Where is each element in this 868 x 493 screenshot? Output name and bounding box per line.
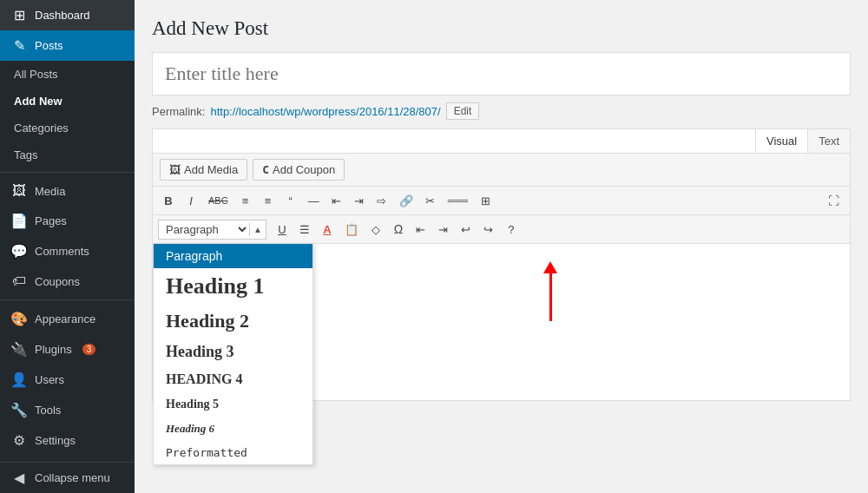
outdent-button[interactable]: ⇤ — [411, 219, 431, 240]
sidebar-item-label: Appearance — [35, 312, 95, 325]
add-media-label: Add Media — [184, 163, 238, 176]
fullscreen-button[interactable]: ⛶ — [823, 190, 845, 211]
sidebar-item-label: Plugins — [35, 343, 72, 356]
collapse-label: Collapse menu — [35, 471, 110, 484]
sidebar-item-label: Users — [35, 373, 64, 386]
toolbar-toggle-button[interactable]: ⊞ — [475, 190, 496, 211]
sidebar-item-label: Tags — [14, 148, 37, 161]
sidebar: ⊞ Dashboard ✎ Posts All Posts Add New Ca… — [0, 0, 135, 493]
italic-button[interactable]: I — [181, 190, 201, 211]
unlink-button[interactable]: ✂ — [420, 190, 441, 211]
clear-format-button[interactable]: ◇ — [365, 219, 386, 240]
sidebar-item-label: Categories — [14, 122, 69, 135]
tab-text[interactable]: Text — [807, 129, 850, 153]
dropdown-h2[interactable]: Heading 2 — [154, 305, 312, 338]
align-left-button[interactable]: ⇤ — [326, 190, 347, 211]
dropdown-h3[interactable]: Heading 3 — [154, 338, 312, 366]
sidebar-item-appearance[interactable]: 🎨 Appearance — [0, 304, 135, 334]
users-icon: 👤 — [10, 371, 28, 388]
align-center-button[interactable]: ⇥ — [349, 190, 370, 211]
dropdown-paragraph[interactable]: Paragraph — [154, 244, 312, 268]
add-coupon-label: Add Coupon — [273, 163, 335, 176]
strikethrough-button[interactable]: ABC — [203, 190, 233, 211]
sidebar-item-label: Pages — [35, 214, 67, 227]
sidebar-item-posts[interactable]: ✎ Posts — [0, 30, 135, 61]
sidebar-item-add-new[interactable]: Add New — [0, 88, 135, 115]
sidebar-item-tags[interactable]: Tags — [0, 141, 135, 168]
add-media-icon: 🖼 — [169, 163, 181, 176]
permalink-url[interactable]: http://localhost/wp/wordpress/2016/11/28… — [210, 105, 440, 118]
editor-tabs-row: Visual Text — [153, 129, 850, 154]
dashboard-icon: ⊞ — [10, 7, 28, 23]
ordered-list-button[interactable]: ≡ — [258, 190, 279, 211]
sidebar-collapse[interactable]: ◀ Collapse menu — [0, 463, 135, 493]
sidebar-item-plugins[interactable]: 🔌 Plugins 3 — [0, 334, 135, 365]
redo-button[interactable]: ↪ — [478, 219, 499, 240]
page-title: Add New Post — [152, 17, 851, 40]
main-content: Add New Post Permalink: http://localhost… — [135, 0, 868, 493]
format-select-wrapper: Paragraph Heading 1 Heading 2 Heading 3 … — [158, 220, 266, 240]
paste-text-button[interactable]: 📋 — [339, 219, 364, 240]
media-icon: 🖼 — [10, 183, 28, 199]
help-button[interactable]: ? — [501, 219, 522, 240]
blockquote-button[interactable]: “ — [280, 190, 301, 211]
align-right-button[interactable]: ⇨ — [372, 190, 392, 211]
sidebar-item-dashboard[interactable]: ⊞ Dashboard — [0, 0, 135, 30]
unordered-list-button[interactable]: ≡ — [235, 190, 256, 211]
dropdown-h4[interactable]: HEADING 4 — [154, 366, 312, 392]
format-dropdown: Paragraph Heading 1 Heading 2 Heading 3 … — [153, 243, 313, 465]
bold-button[interactable]: B — [158, 190, 179, 211]
media-row: 🖼 Add Media C Add Coupon — [153, 154, 850, 187]
format-arrow-icon[interactable]: ▲ — [249, 223, 266, 236]
sidebar-item-label: Settings — [35, 434, 76, 447]
sidebar-item-all-posts[interactable]: All Posts — [0, 61, 135, 88]
posts-icon: ✎ — [10, 37, 28, 54]
tools-icon: 🔧 — [10, 402, 28, 418]
indent-button[interactable]: ⇥ — [433, 219, 454, 240]
pages-icon: 📄 — [10, 213, 28, 229]
post-title-input[interactable] — [152, 52, 851, 95]
sidebar-item-label: Add New — [14, 95, 62, 108]
dropdown-h5[interactable]: Heading 5 — [154, 392, 312, 417]
sidebar-item-label: Tools — [35, 404, 61, 417]
sidebar-item-label: All Posts — [14, 68, 58, 81]
dropdown-h1[interactable]: Heading 1 — [154, 268, 312, 305]
settings-icon: ⚙ — [10, 432, 28, 449]
sidebar-item-tools[interactable]: 🔧 Tools — [0, 395, 135, 425]
collapse-icon: ◀ — [10, 470, 28, 486]
format-select[interactable]: Paragraph Heading 1 Heading 2 Heading 3 … — [159, 220, 249, 239]
sidebar-item-comments[interactable]: 💬 Comments — [0, 236, 135, 266]
underline-button[interactable]: U — [272, 219, 293, 240]
appearance-icon: 🎨 — [10, 311, 28, 327]
plugins-icon: 🔌 — [10, 341, 28, 358]
text-color-button[interactable]: A — [317, 219, 338, 240]
tab-visual[interactable]: Visual — [755, 129, 807, 153]
permalink-edit-button[interactable]: Edit — [446, 102, 480, 120]
undo-button[interactable]: ↩ — [456, 219, 477, 240]
sidebar-item-coupons[interactable]: 🏷 Coupons — [0, 266, 135, 296]
sidebar-item-label: Dashboard — [35, 9, 90, 22]
sidebar-item-users[interactable]: 👤 Users — [0, 365, 135, 395]
sidebar-item-categories[interactable]: Categories — [0, 115, 135, 141]
link-button[interactable]: 🔗 — [394, 190, 418, 211]
dropdown-preformatted[interactable]: Preformatted — [154, 441, 312, 464]
sidebar-item-settings[interactable]: ⚙ Settings — [0, 425, 135, 456]
toolbar-row1: B I ABC ≡ ≡ “ — ⇤ ⇥ ⇨ 🔗 ✂ ═══ ⊞ ⛶ — [153, 187, 850, 215]
sidebar-item-label: Media — [35, 185, 65, 198]
toolbar-row2: Paragraph Heading 1 Heading 2 Heading 3 … — [153, 215, 850, 244]
sidebar-item-pages[interactable]: 📄 Pages — [0, 206, 135, 236]
hr-button[interactable]: — — [303, 190, 325, 211]
align-justify-button[interactable]: ☰ — [294, 219, 315, 240]
add-coupon-button[interactable]: C Add Coupon — [253, 159, 345, 181]
insert-readmore-button[interactable]: ═══ — [443, 190, 473, 211]
arrow-annotation — [543, 261, 557, 321]
sidebar-item-label: Posts — [35, 39, 63, 52]
sidebar-item-media[interactable]: 🖼 Media — [0, 176, 135, 206]
coupons-icon: 🏷 — [10, 273, 28, 289]
special-char-button[interactable]: Ω — [388, 219, 409, 240]
permalink-label: Permalink: — [152, 105, 205, 118]
add-media-button[interactable]: 🖼 Add Media — [160, 159, 247, 181]
permalink-bar: Permalink: http://localhost/wp/wordpress… — [152, 102, 851, 120]
comments-icon: 💬 — [10, 243, 28, 260]
dropdown-h6[interactable]: Heading 6 — [154, 417, 312, 441]
